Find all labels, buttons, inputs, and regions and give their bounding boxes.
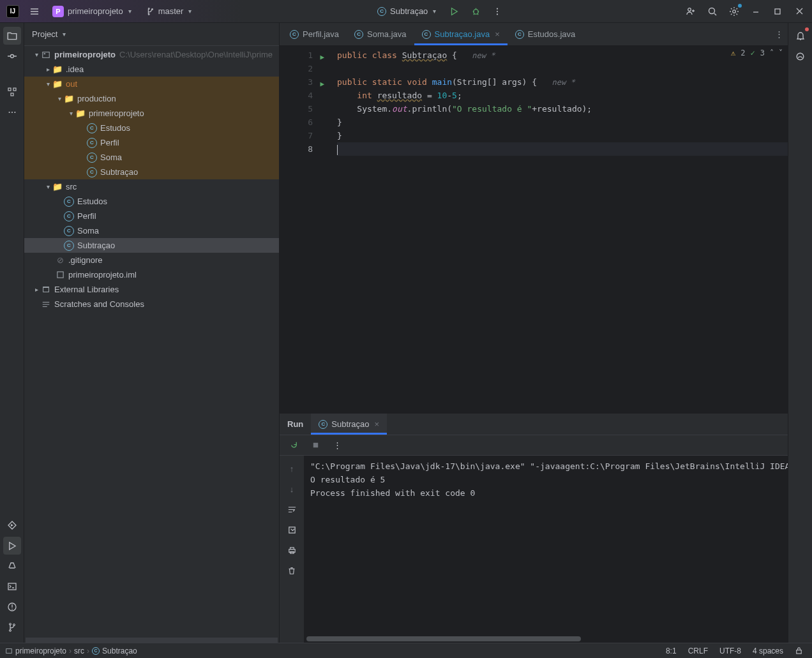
close-icon[interactable]: × bbox=[495, 29, 500, 39]
line-separator[interactable]: CRLF bbox=[684, 647, 712, 655]
rerun-button[interactable] bbox=[285, 437, 303, 454]
stop-button[interactable] bbox=[306, 437, 324, 454]
svg-rect-22 bbox=[43, 52, 50, 57]
more-actions-button[interactable] bbox=[488, 3, 506, 20]
scroll-end-button[interactable] bbox=[283, 521, 301, 539]
tree-gitignore[interactable]: ⊘.gitignore bbox=[24, 253, 279, 267]
tree-out-file[interactable]: CEstudos bbox=[24, 121, 279, 135]
tree-src[interactable]: ▾📁src bbox=[24, 179, 279, 194]
chevron-up-icon[interactable]: ˄ bbox=[770, 49, 774, 57]
svg-rect-25 bbox=[313, 443, 317, 447]
chevron-down-icon[interactable]: ˅ bbox=[779, 49, 783, 57]
tree-src-file[interactable]: CPerfil bbox=[24, 209, 279, 223]
tree-src-file[interactable]: CEstudos bbox=[24, 194, 279, 209]
close-icon[interactable]: × bbox=[375, 419, 380, 429]
status-bar: primeiroprojeto › src › C Subtraçao 8:1 … bbox=[0, 643, 812, 658]
svg-rect-7 bbox=[775, 9, 780, 14]
svg-rect-24 bbox=[57, 272, 63, 278]
settings-button[interactable] bbox=[725, 3, 743, 20]
tree-ext-lib[interactable]: ▸External Libraries bbox=[24, 282, 279, 297]
tree-out-file[interactable]: CSubtraçao bbox=[24, 165, 279, 179]
main-menu-button[interactable] bbox=[26, 3, 43, 20]
code-with-me-button[interactable] bbox=[682, 3, 700, 20]
terminal-tool-button[interactable] bbox=[3, 578, 21, 595]
debug-button[interactable] bbox=[467, 3, 485, 20]
editor-tabs: CPerfil.java CSoma.java CSubtraçao.java×… bbox=[280, 23, 788, 46]
tree-src-file[interactable]: CSoma bbox=[24, 223, 279, 238]
notifications-button[interactable] bbox=[792, 27, 809, 45]
more-tools-button[interactable] bbox=[3, 103, 21, 121]
project-tool-button[interactable] bbox=[3, 27, 21, 45]
svg-point-14 bbox=[14, 112, 15, 113]
project-selector[interactable]: P primeiroprojeto ▾ bbox=[47, 4, 137, 19]
build-tool-button[interactable] bbox=[3, 557, 21, 575]
branch-selector[interactable]: master ▾ bbox=[140, 4, 197, 18]
cursor-position[interactable]: 8:1 bbox=[662, 647, 680, 655]
run-side-toolbar: ↑ ↓ bbox=[280, 456, 304, 643]
structure-tool-button[interactable] bbox=[3, 83, 21, 101]
editor-tab-active[interactable]: CSubtraçao.java× bbox=[414, 23, 508, 45]
chevron-down-icon[interactable]: ▾ bbox=[63, 31, 66, 38]
svg-point-0 bbox=[474, 10, 479, 15]
editor-tab[interactable]: CSoma.java bbox=[347, 23, 414, 45]
svg-point-8 bbox=[10, 55, 13, 58]
tree-iml[interactable]: primeiroprojeto.iml bbox=[24, 267, 279, 282]
down-stack-button[interactable]: ↓ bbox=[283, 480, 301, 498]
inspections-widget[interactable]: ⚠2 ✓3 ˄˅ bbox=[731, 49, 783, 57]
vcs-tool-button[interactable] bbox=[3, 618, 21, 636]
run-button[interactable] bbox=[445, 3, 463, 20]
project-name: primeiroprojeto bbox=[68, 6, 123, 16]
tree-idea[interactable]: ▸📁.idea bbox=[24, 62, 279, 77]
scrollbar[interactable] bbox=[26, 638, 278, 643]
editor-tab[interactable]: CEstudos.java bbox=[508, 23, 583, 45]
code-content[interactable]: ⚠2 ✓3 ˄˅ public class Subtraçao { new * … bbox=[318, 46, 788, 413]
branch-name: master bbox=[158, 6, 184, 16]
run-tool-button[interactable] bbox=[3, 537, 21, 555]
tree-src-file-selected[interactable]: CSubtraçao bbox=[24, 238, 279, 253]
tree-root[interactable]: ▾primeiroprojetoC:\Users\renat\Desktop\O… bbox=[24, 47, 279, 62]
ai-assistant-button[interactable] bbox=[792, 47, 809, 65]
svg-rect-23 bbox=[44, 53, 46, 54]
indent-setting[interactable]: 4 spaces bbox=[749, 647, 787, 655]
more-run-button[interactable]: ⋮ bbox=[328, 437, 346, 454]
soft-wrap-button[interactable] bbox=[283, 500, 301, 518]
svg-point-13 bbox=[11, 112, 12, 113]
search-button[interactable] bbox=[703, 3, 721, 20]
clear-button[interactable] bbox=[283, 562, 301, 579]
print-button[interactable] bbox=[283, 541, 301, 559]
minimize-button[interactable] bbox=[747, 3, 765, 20]
svg-point-1 bbox=[497, 8, 498, 9]
tabs-more-button[interactable]: ⋮ bbox=[770, 23, 788, 45]
tree-production[interactable]: ▾📁production bbox=[24, 91, 279, 106]
text-cursor bbox=[337, 145, 338, 155]
run-output[interactable]: "C:\Program Files\Java\jdk-17\bin\java.e… bbox=[304, 456, 788, 643]
svg-point-4 bbox=[688, 8, 691, 11]
problems-tool-button[interactable] bbox=[3, 598, 21, 616]
project-panel-header: Project ▾ bbox=[24, 23, 279, 46]
tree-out-file[interactable]: CSoma bbox=[24, 150, 279, 165]
scrollbar[interactable] bbox=[306, 636, 581, 641]
tree-out[interactable]: ▾📁out bbox=[24, 77, 279, 91]
readonly-toggle[interactable] bbox=[791, 647, 807, 655]
run-panel-title: Run bbox=[280, 419, 311, 429]
tree-out-file[interactable]: CPerfil bbox=[24, 135, 279, 150]
breadcrumb[interactable]: primeiroprojeto › src › C Subtraçao bbox=[5, 647, 137, 655]
up-stack-button[interactable]: ↑ bbox=[283, 460, 301, 477]
close-button[interactable] bbox=[790, 3, 808, 20]
project-tree[interactable]: ▾primeiroprojetoC:\Users\renat\Desktop\O… bbox=[24, 46, 279, 638]
svg-point-18 bbox=[11, 609, 13, 610]
branch-icon bbox=[146, 7, 154, 16]
maximize-button[interactable] bbox=[769, 3, 786, 20]
tree-scratches[interactable]: Scratches and Consoles bbox=[24, 297, 279, 311]
commit-tool-button[interactable] bbox=[3, 47, 21, 65]
run-tab[interactable]: C Subtraçao × bbox=[311, 414, 387, 435]
services-tool-button[interactable] bbox=[3, 516, 21, 534]
file-encoding[interactable]: UTF-8 bbox=[716, 647, 745, 655]
tree-production-proj[interactable]: ▾📁primeiroprojeto bbox=[24, 106, 279, 121]
code-editor[interactable]: 1▶ 2 3▶ 4 5 6 7 8 ⚠2 ✓3 ˄˅ public class … bbox=[280, 46, 788, 413]
editor-tab[interactable]: CPerfil.java bbox=[282, 23, 347, 45]
svg-rect-10 bbox=[13, 88, 16, 91]
title-bar: IJ P primeiroprojeto ▾ master ▾ C Subtra… bbox=[0, 0, 812, 23]
run-config-selector[interactable]: C Subtraçao ▾ bbox=[372, 4, 441, 18]
editor-area: CPerfil.java CSoma.java CSubtraçao.java×… bbox=[280, 23, 788, 643]
